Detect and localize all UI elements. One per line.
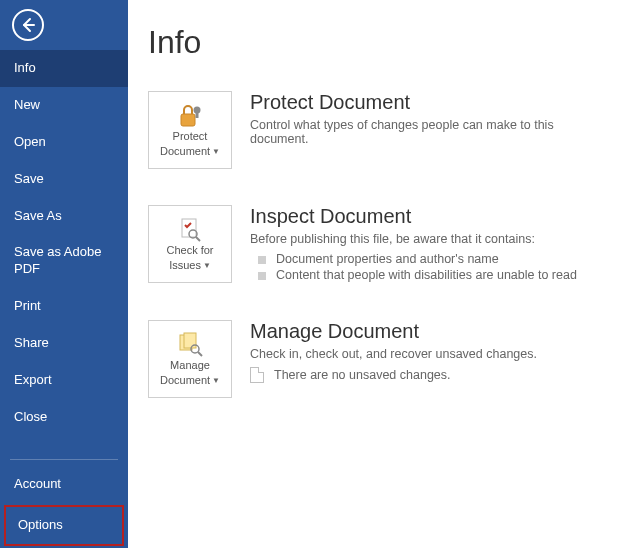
manage-icon	[175, 331, 205, 357]
sidebar-item-label: Save as Adobe PDF	[14, 244, 101, 276]
sidebar-spacer	[0, 436, 128, 453]
sidebar-item-label: Save	[14, 171, 44, 186]
bullet-text: Content that people with disabilities ar…	[276, 268, 577, 282]
tile-label-line2: Issues	[169, 259, 201, 272]
sidebar-item-label: Export	[14, 372, 52, 387]
document-icon	[250, 367, 264, 383]
unsaved-text: There are no unsaved changes.	[274, 368, 451, 382]
sidebar-item-label: Options	[18, 517, 63, 532]
sidebar-item-export[interactable]: Export	[0, 362, 128, 399]
sidebar-item-account[interactable]: Account	[0, 466, 128, 503]
protect-desc: Control what types of changes people can…	[250, 118, 603, 146]
sidebar-item-label: Close	[14, 409, 47, 424]
main-pane: Info Protect Document ▼ Protect Document…	[128, 0, 623, 548]
bullet-icon	[258, 272, 266, 280]
sidebar-item-new[interactable]: New	[0, 87, 128, 124]
sidebar-item-save[interactable]: Save	[0, 161, 128, 198]
sidebar-item-close[interactable]: Close	[0, 399, 128, 436]
manage-document-tile[interactable]: Manage Document ▼	[148, 320, 232, 398]
protect-body: Protect Document Control what types of c…	[250, 91, 603, 169]
bullet-text: Document properties and author's name	[276, 252, 499, 266]
options-highlight: Options	[4, 505, 124, 546]
backstage-sidebar: Info New Open Save Save As Save as Adobe…	[0, 0, 128, 548]
unsaved-line: There are no unsaved changes.	[250, 367, 603, 383]
sidebar-item-label: Account	[14, 476, 61, 491]
check-for-issues-tile[interactable]: Check for Issues ▼	[148, 205, 232, 283]
tile-label-line2: Document	[160, 374, 210, 387]
sidebar-item-label: Save As	[14, 208, 62, 223]
protect-section: Protect Document ▼ Protect Document Cont…	[148, 91, 603, 169]
sidebar-item-save-as-adobe-pdf[interactable]: Save as Adobe PDF	[0, 234, 128, 288]
inspect-desc: Before publishing this file, be aware th…	[250, 232, 603, 246]
tile-label-line2: Document	[160, 145, 210, 158]
protect-title: Protect Document	[250, 91, 603, 114]
chevron-down-icon: ▼	[212, 376, 220, 385]
back-arrow-icon	[20, 17, 36, 33]
inspect-body: Inspect Document Before publishing this …	[250, 205, 603, 284]
lock-icon	[175, 102, 205, 128]
sidebar-item-options[interactable]: Options	[6, 507, 122, 544]
svg-line-6	[196, 237, 200, 241]
sidebar-item-label: Print	[14, 298, 41, 313]
sidebar-item-label: Info	[14, 60, 36, 75]
back-button[interactable]	[12, 9, 44, 41]
list-item: Document properties and author's name	[258, 252, 603, 266]
sidebar-item-label: Share	[14, 335, 49, 350]
sidebar-divider	[10, 459, 118, 460]
page-title: Info	[148, 24, 603, 61]
tile-label-line1: Check for	[166, 244, 213, 257]
inspect-bullets: Document properties and author's name Co…	[250, 252, 603, 282]
manage-desc: Check in, check out, and recover unsaved…	[250, 347, 603, 361]
inspect-section: Check for Issues ▼ Inspect Document Befo…	[148, 205, 603, 284]
list-item: Content that people with disabilities ar…	[258, 268, 603, 282]
manage-title: Manage Document	[250, 320, 603, 343]
svg-rect-3	[196, 112, 199, 118]
manage-body: Manage Document Check in, check out, and…	[250, 320, 603, 398]
inspect-icon	[175, 216, 205, 242]
chevron-down-icon: ▼	[203, 261, 211, 270]
sidebar-item-label: Open	[14, 134, 46, 149]
sidebar-item-share[interactable]: Share	[0, 325, 128, 362]
chevron-down-icon: ▼	[212, 147, 220, 156]
sidebar-item-open[interactable]: Open	[0, 124, 128, 161]
sidebar-item-print[interactable]: Print	[0, 288, 128, 325]
manage-section: Manage Document ▼ Manage Document Check …	[148, 320, 603, 398]
tile-label-line1: Manage	[170, 359, 210, 372]
sidebar-item-info[interactable]: Info	[0, 50, 128, 87]
sidebar-item-save-as[interactable]: Save As	[0, 198, 128, 235]
svg-rect-1	[181, 114, 195, 126]
tile-label-line1: Protect	[173, 130, 208, 143]
inspect-title: Inspect Document	[250, 205, 603, 228]
bullet-icon	[258, 256, 266, 264]
svg-line-10	[198, 352, 202, 356]
protect-document-tile[interactable]: Protect Document ▼	[148, 91, 232, 169]
back-area	[0, 0, 128, 50]
sidebar-item-label: New	[14, 97, 40, 112]
